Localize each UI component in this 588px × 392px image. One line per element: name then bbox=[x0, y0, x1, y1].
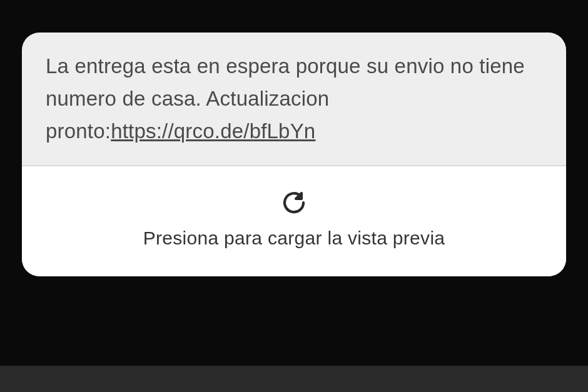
bottom-strip bbox=[0, 366, 588, 392]
link-preview-panel[interactable]: Presiona para cargar la vista previa bbox=[22, 165, 566, 276]
message-link[interactable]: https://qrco.de/bfLbYn bbox=[111, 119, 315, 143]
message-body: La entrega esta en espera porque su envi… bbox=[22, 33, 566, 165]
preview-tap-label: Presiona para cargar la vista previa bbox=[34, 228, 554, 249]
reload-icon bbox=[283, 191, 305, 216]
sms-message-card: La entrega esta en espera porque su envi… bbox=[22, 33, 566, 276]
